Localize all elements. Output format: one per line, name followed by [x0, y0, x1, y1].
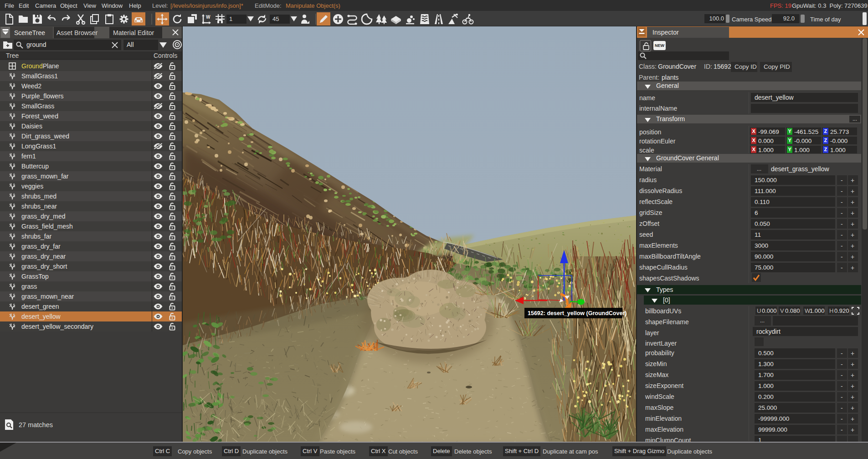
- svg-text:W: W: [206, 15, 211, 20]
- svg-text:15692: desert_yellow (GroundCo: 15692: desert_yellow (GroundCover): [528, 310, 627, 316]
